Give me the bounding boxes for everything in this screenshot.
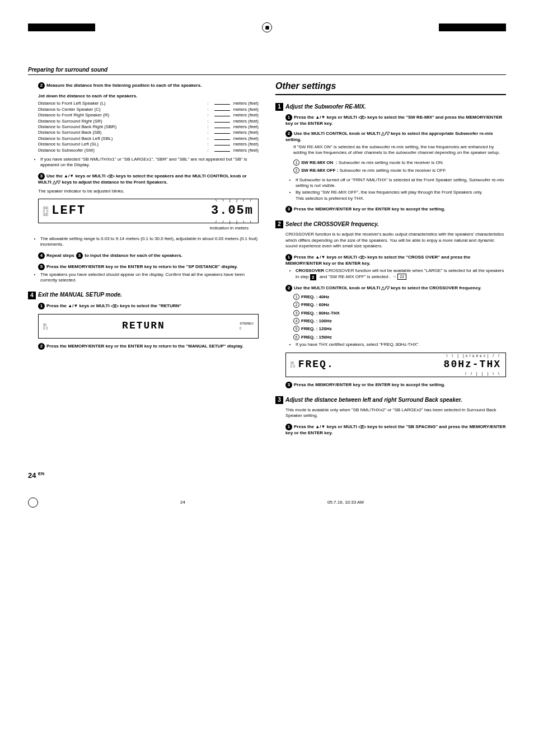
print-footer: 24 05.7.16, 10:33 AM (28, 497, 506, 508)
speaker-layout-icon: ▯▯▯▯ ▯▯▯▯ (43, 206, 48, 216)
step2-text: Measure the distance from the listening … (46, 83, 202, 88)
substep-5-icon: 5 (38, 264, 45, 270)
page-footer: 24 EN (28, 471, 506, 481)
distance-list: Distance to Front Left Speaker (L): mete… (28, 101, 259, 153)
other-settings-head: Other settings (275, 81, 506, 95)
step4-text: Repeat steps 3 to input the distance for… (46, 253, 182, 258)
step5-text: Press the MEMORY/ENTER key or the ENTER … (46, 264, 238, 269)
speaker-layout-icon-3: ▯▯▯ ▯ (291, 361, 295, 368)
substep-4-icon: 4 (38, 252, 45, 259)
caption-1: Indication in meters (28, 226, 249, 231)
left-column: 2Measure the distance from the listening… (28, 81, 259, 438)
exit1: Press the ▲/▼ keys or MULTI ◁/▷ keys to … (46, 303, 181, 308)
lcd-display-3: ▯▯▯ ▯ FREQ. \ \ | |STEREO| / / 80Hz-THX … (285, 353, 506, 377)
substep-3-icon: 3 (38, 173, 45, 180)
substep-2-icon: 2 (38, 82, 45, 89)
registration-marks-top (28, 22, 506, 32)
exit-head: Exit the MANUAL SETUP mode. (38, 292, 122, 298)
reg-bar-left (28, 24, 95, 31)
reg-bar-right (439, 24, 506, 31)
sb-note: If you have selected "SB NML/THXx1" or "… (40, 157, 259, 168)
reg-target-icon-bottom (28, 497, 38, 508)
section-heading: Preparing for surround sound (28, 66, 506, 75)
substep-e2-icon: 2 (38, 343, 45, 350)
substep-e1-icon: 1 (38, 303, 45, 309)
exit2: Press the MEMORY/ENTER key or the ENTER … (46, 344, 243, 349)
jot-title: Jot down the distance to each of the spe… (38, 93, 259, 99)
blink-text: The speaker indicator to be adjusted bli… (38, 189, 259, 194)
step5-note: The speakers you have selected should ap… (40, 272, 259, 284)
lcd-display-1: ▯▯▯▯ ▯▯▯▯ LEFT \ \ | | / / 3.05m / / | |… (38, 199, 259, 223)
step-1-box: 1 (275, 103, 283, 111)
lcd-display-2: ▯▯▯ ▯ RETURN STEREO▯ (38, 314, 259, 339)
step-3-box: 3 (275, 396, 283, 404)
dist-label: Distance to Front Left Speaker (L) (38, 101, 207, 106)
right-column: Other settings 1Adjust the Subwoofer RE-… (275, 81, 506, 438)
step3-text: Use the ▲/▼ keys or MULTI ◁/▷ keys to se… (38, 173, 247, 185)
range-note: The allowable setting range is 0.03 to 9… (40, 236, 259, 248)
speaker-layout-icon-2: ▯▯▯ ▯ (43, 323, 48, 330)
step-2-box: 2 (275, 220, 283, 228)
step-4-box: 4 (28, 292, 36, 299)
stereo-indicator: STEREO▯ (240, 322, 254, 331)
reg-target-icon (262, 22, 272, 32)
